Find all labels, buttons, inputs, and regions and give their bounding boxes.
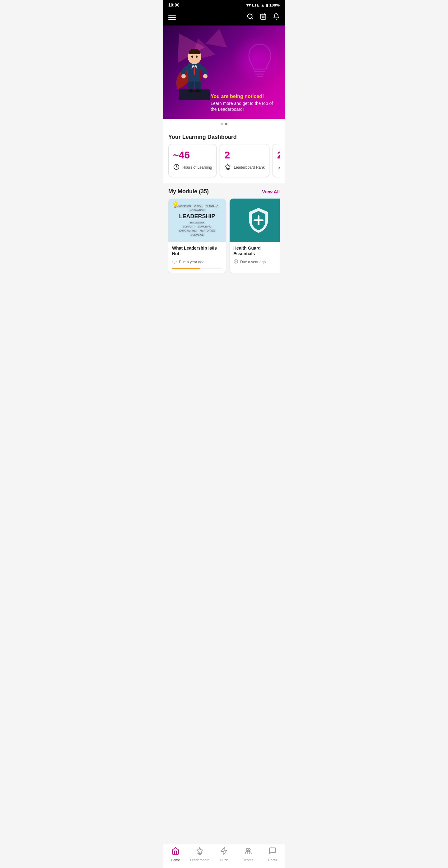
dot-2[interactable] [225,123,227,125]
stat-value-hours: ~46 [173,149,212,161]
module-name-leadership: What Leadership Is/Is Not [172,245,222,256]
lightbulb-icon [244,41,275,82]
svg-point-15 [188,89,194,92]
svg-rect-11 [179,89,210,100]
svg-point-21 [191,56,193,58]
shield-icon [246,206,271,234]
signal-strength: LTE [252,3,259,7]
svg-line-1 [251,18,253,19]
view-all-button[interactable]: View All [262,189,280,194]
stat-bottom-hours: Hours of Learning [173,163,212,172]
svg-marker-39 [235,261,237,262]
module-section: My Module (35) View All 💡 INNOVATION VIS… [163,183,285,304]
app-header [163,10,285,26]
module-card-leadership[interactable]: 💡 INNOVATION VISION PLANNING MOTIVATION … [168,198,226,273]
header-icons [247,13,280,22]
svg-rect-6 [262,17,263,18]
svg-rect-7 [263,17,264,18]
network-icon [277,163,280,172]
progress-circle-icon [172,259,177,265]
search-icon[interactable] [247,13,254,22]
signal-bars: ▲ [261,3,265,7]
dashboard-section: Your Learning Dashboard ~46 Hours of Lea… [163,129,285,183]
battery-icon: ▮ [266,3,268,7]
module-thumb-health [230,198,280,242]
status-bar: 10:00 ▾▾ LTE ▲ ▮ 100% [163,0,285,10]
stat-bottom-leaderboard: Leaderboard Rank [224,163,264,172]
notification-icon[interactable] [273,13,280,22]
carousel-dots [163,119,285,129]
stat-label-hours: Hours of Learning [182,165,212,170]
dashboard-title: Your Learning Dashboard [168,129,280,144]
module-card-health[interactable]: Health Guard Essentials Due a year ago [230,198,280,273]
leadership-tags: INNOVATION VISION PLANNING [175,205,219,208]
play-circle-icon [233,259,238,265]
module-section-title: My Module (35) [168,188,209,195]
svg-line-33 [279,167,280,168]
status-icons: ▾▾ LTE ▲ ▮ 100% [247,3,280,7]
due-text-health: Due a year ago [240,260,266,264]
hero-subtitle: Learn more and get to the top of the Lea… [211,100,278,113]
stat-card-hours: ~46 Hours of Learning [168,144,217,177]
time: 10:00 [168,2,180,7]
superhero-figure [173,32,216,100]
module-header: My Module (35) View All [168,183,280,198]
progress-bar-leadership [172,268,200,269]
stat-card-leaderboard: 2 Leaderboard Rank [220,144,269,177]
hero-title: You are being noticed! [211,94,278,99]
stat-value-courses: 24 [277,149,280,161]
stat-value-leaderboard: 2 [224,149,264,161]
due-text-leadership: Due a year ago [179,260,204,264]
module-info-health: Health Guard Essentials Due a year ago [230,242,280,269]
svg-point-20 [203,74,207,79]
calendar-icon[interactable] [260,13,267,22]
svg-point-35 [173,259,177,263]
hero-banner: You are being noticed! Learn more and ge… [163,26,285,119]
svg-point-29 [278,168,279,169]
stat-label-leaderboard: Leaderboard Rank [234,165,264,170]
svg-point-22 [196,56,197,58]
module-thumb-leadership: 💡 INNOVATION VISION PLANNING MOTIVATION … [168,198,226,242]
bulb-icon: 💡 [171,201,179,209]
stat-bottom-courses: Course Enroll [277,163,280,172]
module-name-health: Health Guard Essentials [233,245,280,256]
svg-point-16 [195,89,201,92]
modules-row: 💡 INNOVATION VISION PLANNING MOTIVATION … [168,198,280,273]
clock-icon [173,163,180,172]
medal-icon [224,163,231,172]
hamburger-menu[interactable] [168,15,176,20]
dot-1[interactable] [221,123,223,125]
hero-text-block: You are being noticed! Learn more and ge… [211,94,278,113]
module-due-health: Due a year ago [233,259,280,265]
stats-row: ~46 Hours of Learning 2 [168,144,280,178]
progress-bar-container-leadership [172,268,222,269]
battery-percent: 100% [269,3,280,7]
stat-card-courses: 24 Course Enroll [273,144,280,177]
wifi-icon: ▾▾ [247,3,251,7]
module-info-leadership: What Leadership Is/Is Not Due a year ago [168,242,226,273]
module-due-leadership: Due a year ago [172,259,222,265]
svg-point-19 [181,74,186,79]
